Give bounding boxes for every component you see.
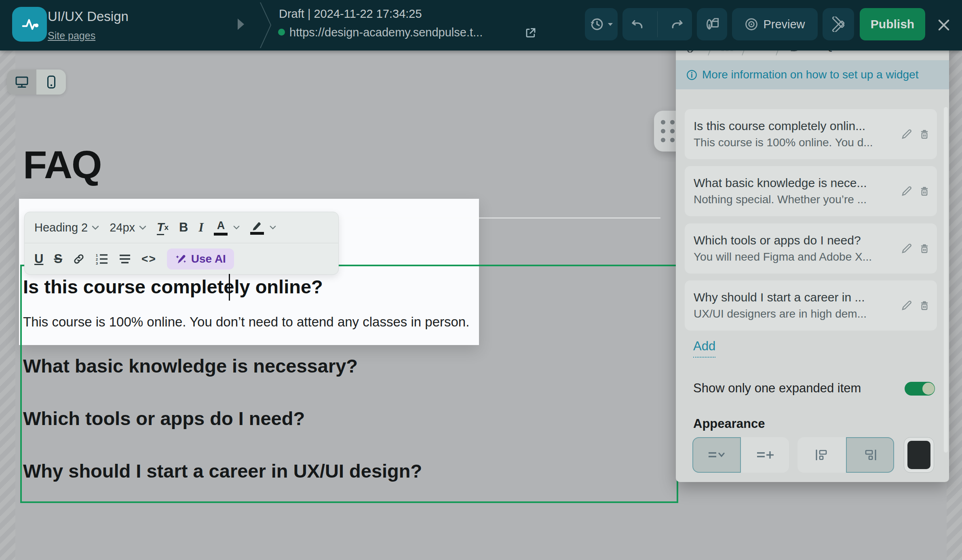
text-color-swatch [214,233,228,236]
page-builder-app: FAQ [0,0,962,560]
block-style-select[interactable]: Heading 2 [34,221,99,234]
faq-item-card[interactable]: Is this course completely onlin... This … [685,109,937,159]
history-button[interactable] [585,8,618,40]
collapse-style-chevron-button[interactable] [692,437,741,473]
preview-button[interactable]: Preview [732,8,818,40]
undo-redo-divider [657,11,658,37]
icon-left-icon [815,448,829,461]
panel-scrollbar[interactable] [944,107,948,453]
use-ai-button[interactable]: Use AI [167,248,234,269]
code-button[interactable]: <> [141,253,156,265]
collapse-plus-icon [756,449,774,461]
strikethrough-button[interactable]: S [54,252,62,266]
expanded-toggle-switch[interactable] [905,382,935,396]
close-editor-icon[interactable] [937,18,951,32]
clear-formatting-button[interactable]: Tx [157,220,169,235]
chevron-down-icon[interactable] [233,225,240,229]
icon-position-right-button[interactable] [846,437,894,473]
desktop-icon [15,76,29,88]
mobile-view-button[interactable] [36,69,66,95]
widget-settings-panel: ? FAQ More information on how to set up … [676,29,949,482]
appearance-heading: Appearance [693,417,765,431]
faq-item-title: Is this course completely onlin... [694,119,895,133]
text-editor-toolbar: Heading 2 24px Tx B I A [24,212,339,275]
preview-eye-icon [745,17,758,31]
add-item-link[interactable]: Add [693,339,715,358]
italic-button[interactable]: I [198,220,203,235]
history-icon [590,17,604,32]
use-ai-label: Use AI [191,253,226,265]
chevron-down-icon [92,225,99,230]
color-swatch-black [907,441,930,469]
edit-icon[interactable] [901,299,913,312]
edit-icon[interactable] [901,185,913,197]
faq-item-card[interactable]: Why should I start a career in ... UX/UI… [685,280,937,331]
delete-icon[interactable] [918,242,930,255]
mobile-icon [47,75,56,89]
font-size-select[interactable]: 24px [110,221,146,234]
header-bar: UI/UX Design Site pages Draft | 2024-11-… [0,0,962,51]
align-center-icon [119,254,131,264]
magic-pen-icon [175,253,187,265]
bold-button[interactable]: B [179,220,188,235]
link-icon [73,253,85,265]
faq-question-4[interactable]: Why should I start a career in UX/UI des… [23,460,422,482]
align-button[interactable] [119,254,131,264]
underline-button[interactable]: U [34,252,43,266]
faq-question-2[interactable]: What basic knowledge is necessary? [23,355,358,377]
delete-icon[interactable] [918,299,930,312]
site-pages-link[interactable]: Site pages [48,30,95,42]
chevron-down-icon[interactable] [270,225,276,229]
svg-text:2: 2 [96,257,98,261]
faq-item-card[interactable]: What basic knowledge is nece... Nothing … [685,166,937,216]
collapse-style-plus-button[interactable] [741,437,789,473]
widget-help-link[interactable]: More information on how to set up a widg… [676,60,949,89]
redo-icon[interactable] [670,17,684,31]
header-separator [259,2,272,49]
icon-position-left-button[interactable] [797,437,846,473]
highlight-color-button[interactable] [250,221,264,235]
text-color-button[interactable]: A [214,219,228,236]
publish-button[interactable]: Publish [860,8,925,40]
faq-item-subtitle: This course is 100% online. You d... [694,136,895,149]
faq-answer-1[interactable]: This course is 100% online. You don’t ne… [23,314,469,330]
status-dot [278,29,285,36]
collapse-chevron-icon [707,450,726,460]
pencil-ruler-icon [831,17,846,32]
copy-design-button[interactable] [697,8,727,40]
svg-text:3: 3 [96,261,98,265]
edit-icon[interactable] [901,242,913,255]
dropdown-caret-icon [608,23,613,26]
canvas-page-title: FAQ [23,142,101,187]
project-title: UI/UX Design [48,9,129,24]
widget-help-label: More information on how to set up a widg… [702,68,918,81]
external-link-icon[interactable] [525,27,537,39]
page-url[interactable]: https://design-academy.sendpulse.t... [289,26,483,39]
publish-label: Publish [871,17,914,31]
faq-item-subtitle: You will need Figma and Adobe X... [694,251,895,263]
ordered-list-button[interactable]: 1 2 3 [95,253,108,265]
preview-label: Preview [763,18,805,31]
undo-icon[interactable] [631,17,644,31]
font-size-value: 24px [110,221,135,234]
faq-question-3[interactable]: Which tools or apps do I need? [23,407,305,429]
ordered-list-icon: 1 2 3 [95,253,108,265]
design-tools-button[interactable] [823,8,854,40]
accordion-color-swatch[interactable] [904,437,934,473]
link-button[interactable] [73,253,85,265]
page-status: Draft | 2024-11-22 17:34:25 [279,7,422,21]
faq-item-title: Which tools or apps do I need? [694,234,895,247]
faq-item-title: Why should I start a career in ... [694,291,895,304]
block-style-value: Heading 2 [34,221,88,234]
desktop-view-button[interactable] [7,69,36,95]
faq-item-card[interactable]: Which tools or apps do I need? You will … [685,223,937,274]
delete-icon[interactable] [918,185,930,197]
faq-question-1[interactable]: Is this course completely online? [23,276,323,298]
delete-icon[interactable] [918,128,930,140]
edit-icon[interactable] [901,128,913,140]
expand-arrow-icon[interactable] [236,18,245,31]
app-logo[interactable] [12,7,47,42]
text-caret [229,274,230,301]
faq-item-title: What basic knowledge is nece... [694,176,895,190]
accordion-divider-line [323,217,660,219]
